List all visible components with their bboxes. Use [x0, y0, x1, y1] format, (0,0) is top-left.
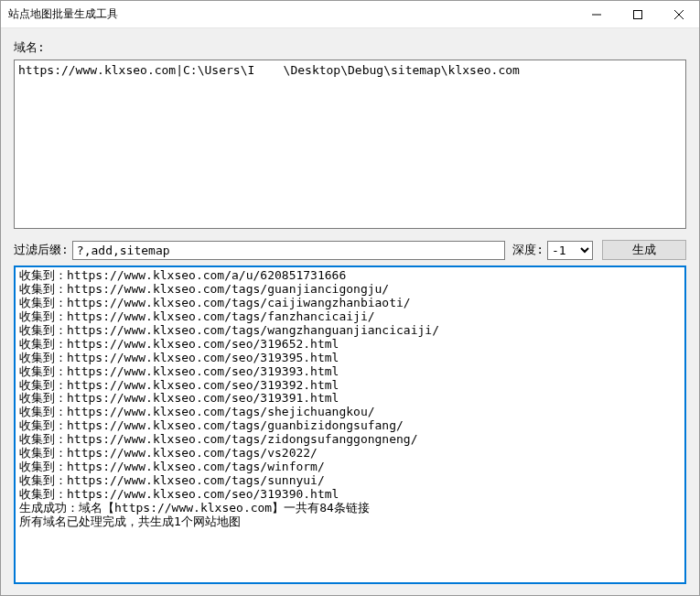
depth-select[interactable]: -1 [547, 241, 593, 260]
generate-button[interactable]: 生成 [602, 240, 686, 260]
titlebar-buttons [576, 1, 699, 27]
filter-suffix-label: 过滤后缀: [14, 242, 69, 258]
filter-suffix-input[interactable] [72, 241, 505, 260]
close-button[interactable] [658, 1, 699, 27]
domain-label: 域名: [14, 39, 686, 56]
minimize-icon [592, 10, 601, 19]
maximize-icon [633, 10, 642, 19]
domain-input[interactable] [14, 60, 686, 229]
titlebar: 站点地图批量生成工具 [1, 1, 699, 28]
log-output[interactable]: 收集到：https://www.klxseo.com/a/u/620851731… [14, 265, 686, 584]
window-title: 站点地图批量生成工具 [8, 6, 118, 22]
filter-row: 过滤后缀: 深度: -1 生成 [14, 240, 686, 260]
app-window: 站点地图批量生成工具 域名: 过滤后缀: 深度: -1 生成 收集到：https… [0, 0, 700, 596]
close-icon [674, 10, 684, 19]
depth-label: 深度: [512, 242, 544, 258]
maximize-button[interactable] [617, 1, 658, 27]
minimize-button[interactable] [576, 1, 617, 27]
content-area: 域名: 过滤后缀: 深度: -1 生成 收集到：https://www.klxs… [1, 28, 699, 595]
svg-rect-1 [633, 10, 641, 18]
